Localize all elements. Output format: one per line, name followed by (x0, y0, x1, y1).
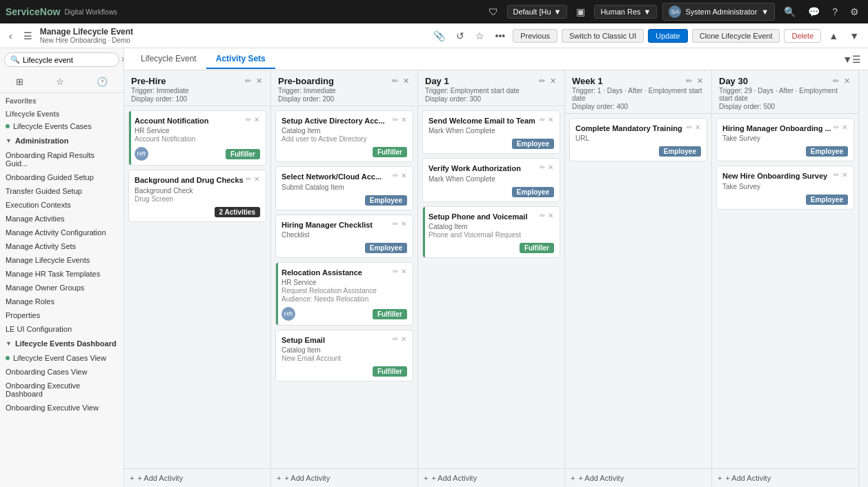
card-edit-icon[interactable]: ✏ (539, 212, 546, 219)
add-activity-label: + Add Activity (431, 474, 477, 482)
monitor-icon-btn[interactable]: ▣ (573, 4, 589, 19)
update-button[interactable]: Update (648, 29, 687, 43)
sidebar-item-onboarding-rapid[interactable]: Onboarding Rapid Results Guid... (0, 148, 124, 170)
card-badge-fulfiller: Fulfiller (226, 149, 260, 159)
col-close-icon[interactable]: ✕ (402, 76, 411, 86)
delete-button[interactable]: Delete (784, 29, 821, 43)
col-edit-icon[interactable]: ✏ (684, 76, 693, 86)
card-edit-icon[interactable]: ✏ (392, 116, 399, 123)
add-activity-pre-hire[interactable]: + + Add Activity (124, 468, 270, 487)
sidebar-item-execution-contexts[interactable]: Execution Contexts (0, 198, 124, 212)
previous-button[interactable]: Previous (513, 29, 558, 43)
sidebar-search-input[interactable] (23, 56, 118, 64)
sidebar-search-area[interactable]: 🔍 ✕ (4, 52, 119, 67)
pin-icon-btn[interactable]: 📎 (430, 28, 448, 43)
sidebar-item-label: Onboarding Guided Setup (6, 173, 94, 181)
help-icon-btn[interactable]: ? (829, 4, 841, 19)
card-edit-icon[interactable]: ✏ (392, 335, 399, 343)
col-title-week1: Week 1 (572, 76, 603, 86)
settings-icon-btn[interactable]: ⚙ (847, 4, 862, 19)
sidebar-item-manage-roles[interactable]: Manage Roles (0, 295, 124, 308)
col-edit-icon[interactable]: ✏ (391, 76, 400, 86)
card-close-icon[interactable]: ✕ (841, 171, 848, 179)
more-icon-btn[interactable]: ••• (492, 28, 509, 43)
sidebar-item-properties[interactable]: Properties (0, 308, 124, 322)
sidebar-item-label: Manage Activities (6, 215, 65, 223)
card-close-icon[interactable]: ✕ (400, 116, 407, 123)
sidebar-item-manage-owner-groups[interactable]: Manage Owner Groups (0, 281, 124, 295)
sidebar-item-onboarding-cases[interactable]: Onboarding Cases View (0, 365, 124, 379)
sidebar-item-le-ui-config[interactable]: LE UI Configuration (0, 322, 124, 336)
sidebar-clock-icon[interactable]: 🕐 (94, 74, 110, 90)
menu-icon-btn[interactable]: ☰ (20, 28, 36, 43)
sidebar-item-manage-lifecycle-events[interactable]: Manage Lifecycle Events (0, 253, 124, 267)
col-order-day1: Display order: 300 (425, 95, 558, 103)
tab-lifecycle-event[interactable]: Lifecycle Event (131, 50, 206, 69)
star-icon-btn[interactable]: ☆ (472, 28, 488, 43)
sidebar-item-onboarding-exec-dashboard[interactable]: Onboarding Executive Dashboard (0, 379, 124, 401)
card-badge: Employee (365, 243, 407, 253)
move-up-icon-btn[interactable]: ▲ (825, 28, 842, 43)
shield-icon-btn[interactable]: 🛡 (485, 4, 502, 19)
card-close-icon[interactable]: ✕ (547, 163, 554, 171)
sidebar-home-icon[interactable]: ⊞ (13, 74, 26, 90)
add-icon: + (277, 474, 281, 482)
human-res-dropdown[interactable]: Human Res ▼ (594, 5, 657, 19)
col-close-icon[interactable]: ✕ (696, 76, 704, 86)
card-edit-icon[interactable]: ✏ (539, 163, 546, 171)
card-edit-icon[interactable]: ✏ (833, 123, 840, 131)
tab-activity-sets[interactable]: Activity Sets (206, 50, 275, 69)
sidebar-item-le-cases-view[interactable]: Lifecycle Event Cases View (0, 351, 124, 365)
user-menu[interactable]: SA System Administrator ▼ (662, 3, 775, 21)
card-edit-icon[interactable]: ✏ (245, 116, 252, 123)
sidebar-item-onboarding-exec-view[interactable]: Onboarding Executive View (0, 401, 124, 415)
col-close-icon[interactable]: ✕ (255, 76, 264, 86)
card-edit-icon[interactable]: ✏ (686, 123, 693, 131)
search-icon-btn[interactable]: 🔍 (780, 4, 799, 19)
card-subtitle: Catalog Item (428, 223, 554, 230)
sidebar-group-administration[interactable]: ▼ Administration (0, 133, 124, 148)
card-close-icon[interactable]: ✕ (253, 175, 260, 183)
card-edit-icon[interactable]: ✏ (539, 116, 546, 123)
col-edit-icon[interactable]: ✏ (537, 76, 546, 86)
card-edit-icon[interactable]: ✏ (392, 172, 399, 179)
history-icon-btn[interactable]: ↺ (453, 28, 468, 43)
col-edit-icon[interactable]: ✏ (244, 76, 253, 86)
card-edit-icon[interactable]: ✏ (245, 175, 252, 183)
card-edit-icon[interactable]: ✏ (392, 220, 399, 228)
sidebar-group-dashboard[interactable]: ▼ Lifecycle Events Dashboard (0, 336, 124, 351)
filter-icon-btn[interactable]: ▼☰ (842, 54, 861, 65)
clone-button[interactable]: Clone Lifecycle Event (692, 29, 780, 43)
add-activity-pre-boarding[interactable]: + + Add Activity (271, 468, 417, 487)
card-close-icon[interactable]: ✕ (253, 116, 260, 123)
default-app-dropdown[interactable]: Default [Hu ▼ (507, 5, 568, 19)
sidebar-item-manage-activity-sets[interactable]: Manage Activity Sets (0, 239, 124, 253)
col-close-icon[interactable]: ✕ (842, 76, 851, 86)
add-activity-day1[interactable]: + + Add Activity (418, 468, 564, 487)
switch-classic-button[interactable]: Switch to Classic UI (562, 29, 644, 43)
card-close-icon[interactable]: ✕ (694, 123, 701, 131)
card-close-icon[interactable]: ✕ (400, 268, 407, 275)
card-edit-icon[interactable]: ✏ (833, 171, 840, 179)
card-close-icon[interactable]: ✕ (400, 172, 407, 179)
col-close-icon[interactable]: ✕ (549, 76, 558, 86)
add-activity-week1[interactable]: + + Add Activity (565, 468, 711, 487)
card-close-icon[interactable]: ✕ (547, 212, 554, 219)
sidebar-item-lifecycle-events-cases[interactable]: Lifecycle Events Cases (0, 119, 124, 133)
chat-icon-btn[interactable]: 💬 (805, 4, 823, 19)
card-close-icon[interactable]: ✕ (841, 123, 848, 131)
card-close-icon[interactable]: ✕ (400, 335, 407, 343)
sidebar-item-transfer-guided[interactable]: Transfer Guided Setup (0, 184, 124, 198)
back-btn[interactable]: ‹ (6, 28, 16, 43)
sidebar-star-icon[interactable]: ☆ (53, 74, 67, 90)
sidebar-item-onboarding-guided[interactable]: Onboarding Guided Setup (0, 170, 124, 184)
sidebar-item-manage-activity-config[interactable]: Manage Activity Configuration (0, 226, 124, 239)
move-down-icon-btn[interactable]: ▼ (846, 28, 862, 43)
card-close-icon[interactable]: ✕ (400, 220, 407, 228)
add-activity-day30[interactable]: + + Add Activity (712, 468, 858, 487)
card-close-icon[interactable]: ✕ (547, 116, 554, 123)
sidebar-item-manage-activities[interactable]: Manage Activities (0, 212, 124, 226)
sidebar-item-manage-hr-task[interactable]: Manage HR Task Templates (0, 267, 124, 281)
card-edit-icon[interactable]: ✏ (392, 268, 399, 275)
col-edit-icon[interactable]: ✏ (831, 76, 840, 86)
